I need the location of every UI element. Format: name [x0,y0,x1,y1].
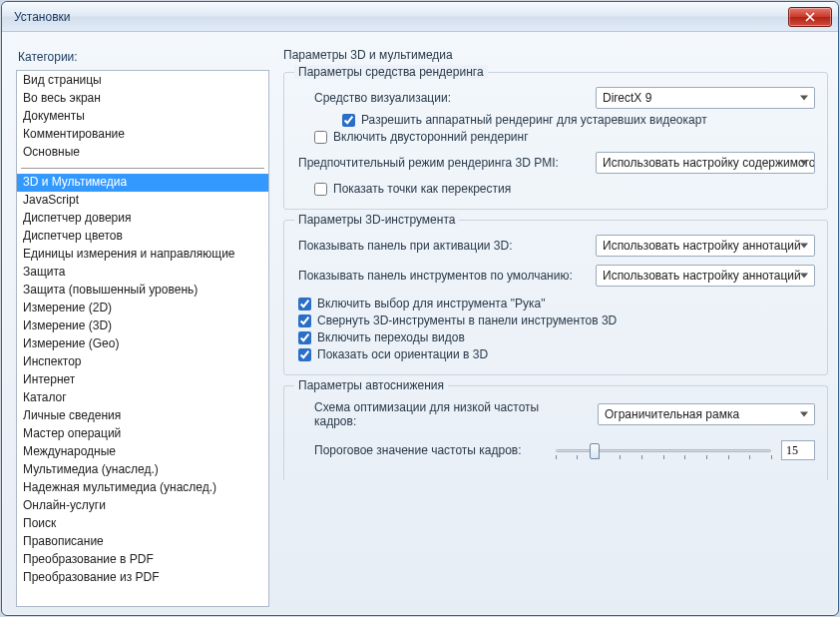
allow-hw-checkbox[interactable]: Разрешить аппаратный рендеринг для устар… [342,113,815,127]
default-panel-label: Показывать панель инструментов по умолча… [298,269,573,283]
group-rendering-title: Параметры средства рендеринга [294,65,488,79]
categories-list[interactable]: Вид страницыВо весь экранДокументыКоммен… [16,70,269,607]
category-item[interactable]: Каталог [17,389,268,407]
threshold-input[interactable] [781,440,815,460]
axes-checkbox[interactable]: Показать оси ориентации в 3D [298,347,815,361]
pmi-label: Предпочтительный режим рендеринга 3D PMI… [298,156,559,170]
category-item[interactable]: Во весь экран [17,90,268,108]
crosshair-checkbox[interactable]: Показать точки как перекрестия [314,182,815,196]
threshold-label: Пороговое значение частоты кадров: [314,443,522,457]
scheme-select[interactable]: Ограничительная рамка [598,403,815,425]
vis-label: Средство визуализации: [314,91,451,105]
category-item[interactable]: Мастер операций [17,425,268,443]
preferences-window: Установки Категории: Вид страницыВо весь… [1,1,839,616]
category-item[interactable]: 3D и Мультимедиа [17,174,268,192]
hand-select-checkbox[interactable]: Включить выбор для инструмента "Рука" [298,297,815,310]
category-item[interactable]: Онлайн-услуги [17,497,268,515]
scheme-label: Схема оптимизации для низкой частоты кад… [314,400,582,428]
group-3d-tool-title: Параметры 3D-инструмента [294,213,459,227]
category-item[interactable]: Измерение (2D) [17,300,268,317]
categories-label: Категории: [18,50,267,64]
close-icon [805,12,815,22]
category-item[interactable]: Документы [17,108,268,126]
category-item[interactable]: Преобразование в PDF [17,551,268,569]
category-item[interactable]: Единицы измерения и направляющие [17,246,268,264]
titlebar: Установки [2,2,838,32]
category-item[interactable]: Мультимедиа (унаслед.) [17,461,268,479]
category-item[interactable]: Основные [17,144,268,162]
categories-panel: Категории: Вид страницыВо весь экранДоку… [16,44,269,607]
category-item[interactable]: Измерение (3D) [17,317,268,335]
category-item[interactable]: Вид страницы [17,72,268,90]
default-panel-select[interactable]: Использовать настройку аннотаций [596,265,815,287]
category-item[interactable]: Диспетчер доверия [17,210,268,228]
category-item[interactable]: Защита [17,264,268,282]
page-title: Параметры 3D и мультимедиа [283,48,828,62]
category-item[interactable]: Надежная мультимедиа (унаслед.) [17,479,268,497]
group-rendering: Параметры средства рендеринга Средство в… [283,72,828,210]
vis-select[interactable]: DirectX 9 [596,87,815,109]
group-auto-title: Параметры автоснижения [294,378,448,392]
category-item[interactable]: JavaScript [17,192,268,210]
category-item[interactable]: Поиск [17,515,268,533]
category-item[interactable]: Измерение (Geo) [17,335,268,353]
category-item[interactable]: Интернет [17,371,268,389]
threshold-slider[interactable] [556,441,771,459]
collapse-3d-checkbox[interactable]: Свернуть 3D-инструменты в панели инструм… [298,313,815,327]
category-item[interactable]: Диспетчер цветов [17,228,268,246]
pmi-select[interactable]: Использовать настройку содержимого [596,152,815,174]
category-item[interactable]: Инспектор [17,353,268,371]
panel-on-activate-label: Показывать панель при активации 3D: [298,239,513,253]
category-item[interactable]: Международные [17,443,268,461]
window-title: Установки [14,10,788,24]
group-auto-degrade: Параметры автоснижения Схема оптимизации… [283,385,828,480]
double-sided-checkbox[interactable]: Включить двусторонний рендеринг [314,130,815,144]
category-item[interactable]: Правописание [17,533,268,551]
group-3d-tool: Параметры 3D-инструмента Показывать пане… [283,220,828,375]
category-item[interactable]: Комментирование [17,126,268,144]
category-separator [21,168,264,169]
settings-panel: Параметры 3D и мультимедиа Параметры сре… [283,44,828,607]
transitions-checkbox[interactable]: Включить переходы видов [298,330,815,344]
close-button[interactable] [788,7,832,27]
category-item[interactable]: Защита (повышенный уровень) [17,282,268,300]
panel-on-activate-select[interactable]: Использовать настройку аннотаций [596,235,815,257]
category-item[interactable]: Преобразование из PDF [17,569,268,587]
category-item[interactable]: Личные сведения [17,407,268,425]
